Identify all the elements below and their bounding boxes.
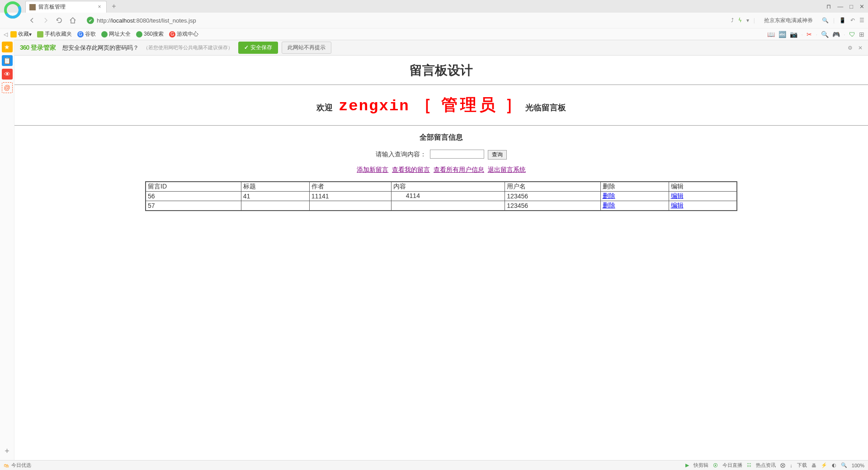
password-prompt-text: 想安全保存此网页的密码吗？: [62, 44, 139, 52]
forward-button[interactable]: [41, 15, 51, 25]
save-password-button[interactable]: 安全保存: [238, 42, 278, 54]
cell-content: 4114: [391, 191, 505, 201]
browser-logo: [4, 1, 22, 19]
link-all-users[interactable]: 查看所有用户信息: [434, 166, 484, 173]
th-title: 标题: [241, 182, 309, 192]
th-content: 内容: [391, 182, 505, 192]
welcome-line: 欢迎 zengxin ［ 管理员 ］ 光临留言板: [14, 94, 868, 116]
cell-author: 11141: [309, 191, 391, 201]
search-icon[interactable]: 🔍: [822, 17, 829, 24]
th-delete: 删除: [600, 182, 669, 192]
ext-gamepad-icon[interactable]: 🎮: [832, 31, 840, 38]
bookmark-sites[interactable]: 网址大全: [101, 30, 131, 38]
back-button[interactable]: [27, 15, 37, 25]
search360-icon: [136, 31, 142, 38]
cell-title: 41: [241, 191, 309, 201]
star-icon: [10, 31, 17, 38]
pwd-settings-icon[interactable]: ⚙: [848, 45, 853, 51]
edit-link[interactable]: 编辑: [671, 202, 684, 209]
table-row: 57 123456 删除 编辑: [146, 201, 737, 211]
th-id: 留言ID: [146, 182, 241, 192]
search-button[interactable]: 查询: [488, 150, 507, 160]
th-edit: 编辑: [669, 182, 737, 192]
sidebar-at[interactable]: @: [2, 82, 13, 93]
bookmark-mobile[interactable]: 手机收藏夹: [37, 30, 72, 38]
cell-user: 123456: [505, 191, 600, 201]
url-text: http://localhost:8080/test/list_notes.js…: [97, 17, 196, 24]
globe-icon: [101, 31, 108, 38]
sidebar-star[interactable]: ★: [2, 42, 13, 52]
phone-icon: [37, 31, 43, 38]
bookmark-favorites[interactable]: 收藏 ▾: [10, 30, 32, 38]
th-user: 用户名: [505, 182, 600, 192]
ext-screenshot-icon[interactable]: 📷: [790, 31, 797, 38]
bookmark-games[interactable]: G游戏中心: [169, 30, 198, 38]
th-author: 作者: [309, 182, 391, 192]
edit-link[interactable]: 编辑: [671, 192, 684, 199]
cell-content: [391, 201, 505, 211]
welcome-role: ［ 管理员 ］: [415, 96, 524, 114]
welcome-prefix: 欢迎: [316, 103, 333, 112]
new-tab-button[interactable]: +: [108, 1, 119, 12]
refresh-button[interactable]: [54, 15, 64, 25]
link-my-notes[interactable]: 查看我的留言: [392, 166, 430, 173]
sidebar-weibo[interactable]: 👁: [2, 69, 13, 80]
shield-icon: ✔: [87, 17, 94, 24]
window-maximize-icon[interactable]: □: [849, 3, 853, 10]
window-minimize-icon[interactable]: —: [837, 3, 843, 10]
tab-close-icon[interactable]: ×: [96, 4, 103, 10]
table-header-row: 留言ID 标题 作者 内容 用户名 删除 编辑: [146, 182, 737, 192]
page-title: 留言板设计: [14, 62, 868, 79]
notes-table: 留言ID 标题 作者 内容 用户名 删除 编辑 56 41 11141 4114…: [145, 181, 737, 211]
link-logout[interactable]: 退出留言系统: [488, 166, 526, 173]
google-icon: G: [77, 31, 84, 38]
undo-icon[interactable]: ↶: [850, 17, 855, 24]
ext-apps-icon[interactable]: ⊞: [859, 31, 864, 38]
browser-tab[interactable]: 留言板管理 ×: [25, 1, 107, 13]
cell-user: 123456: [505, 201, 600, 211]
address-bar[interactable]: ✔ http://localhost:8080/test/list_notes.…: [83, 14, 727, 26]
bookmark-google[interactable]: G谷歌: [77, 30, 96, 38]
window-close-icon[interactable]: ✕: [859, 3, 864, 10]
mobile-icon[interactable]: 📱: [839, 17, 846, 24]
ext-translate-icon[interactable]: 🔤: [778, 31, 786, 38]
divider: [14, 125, 868, 126]
password-hint-text: （若您使用网吧等公共电脑不建议保存）: [143, 44, 233, 51]
sidebar-docs[interactable]: 📋: [2, 55, 13, 66]
tab-favicon: [29, 4, 36, 10]
table-row: 56 41 11141 4114 123456 删除 编辑: [146, 191, 737, 201]
search-input[interactable]: [430, 150, 484, 159]
ext-search-icon[interactable]: 🔍: [821, 31, 829, 38]
delete-link[interactable]: 删除: [603, 192, 615, 199]
delete-link[interactable]: 删除: [603, 202, 615, 209]
welcome-username: zengxin: [339, 98, 410, 115]
never-save-button[interactable]: 此网站不再提示: [282, 42, 331, 54]
promo-text[interactable]: 抢京东家电满减神券: [764, 17, 813, 24]
welcome-suffix: 光临留言板: [525, 103, 566, 112]
sub-title: 全部留言信息: [14, 133, 868, 142]
ext-cut-icon[interactable]: ✂: [807, 31, 812, 38]
bookmark-360search[interactable]: 360搜索: [136, 30, 164, 38]
search-label: 请输入查询内容：: [376, 150, 426, 158]
cell-author: [309, 201, 391, 211]
divider: [14, 85, 868, 85]
share-icon[interactable]: ⤴: [731, 17, 734, 24]
cell-id: 57: [146, 201, 241, 211]
ext-book-icon[interactable]: 📖: [767, 31, 775, 38]
tab-title: 留言板管理: [38, 3, 96, 11]
dropdown-icon[interactable]: ▾: [746, 17, 749, 24]
flash-icon[interactable]: ϟ: [738, 17, 742, 24]
cell-title: [241, 201, 309, 211]
window-pip-icon[interactable]: ⊓: [826, 3, 831, 10]
pwd-close-icon[interactable]: ✕: [858, 45, 863, 51]
home-button[interactable]: [68, 15, 78, 25]
game-icon: G: [169, 31, 175, 38]
cell-id: 56: [146, 191, 241, 201]
link-add-note[interactable]: 添加新留言: [357, 166, 388, 173]
ext-shield-icon[interactable]: 🛡: [849, 31, 855, 38]
password-manager-logo: 360 登录管家: [20, 44, 56, 52]
bookmark-expand-icon[interactable]: ◁: [4, 31, 8, 38]
menu-icon[interactable]: ☰: [859, 17, 864, 24]
